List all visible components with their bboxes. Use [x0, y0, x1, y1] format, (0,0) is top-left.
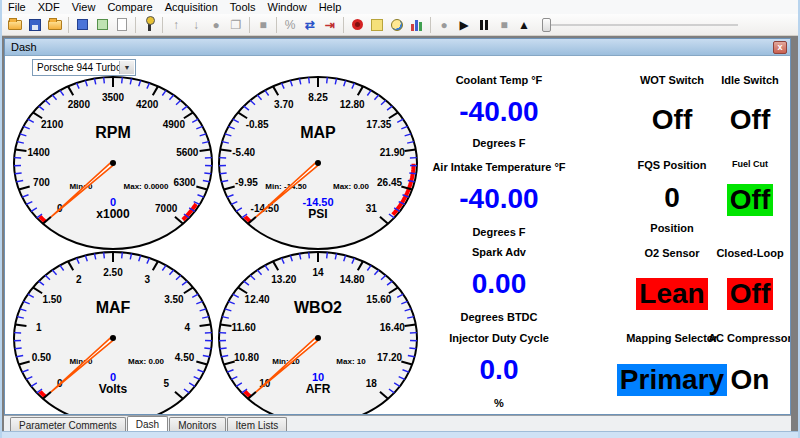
svg-text:4900: 4900	[163, 119, 186, 130]
svg-text:10.80: 10.80	[234, 352, 259, 363]
ac-compressor-label: AC Compressor	[705, 332, 790, 344]
move-down-icon[interactable]: ↓	[187, 16, 205, 34]
menu-xdf[interactable]: XDF	[32, 0, 66, 14]
svg-text:2100: 2100	[41, 119, 64, 130]
slider-thumb[interactable]	[542, 18, 551, 32]
svg-text:5600: 5600	[176, 147, 199, 158]
import-data-icon[interactable]: ⇥	[321, 16, 339, 34]
tab-monitors[interactable]: Monitors	[169, 417, 225, 432]
svg-text:14: 14	[312, 267, 324, 278]
notes-icon[interactable]	[368, 16, 386, 34]
svg-text:MAF: MAF	[96, 299, 131, 316]
svg-text:WBO2: WBO2	[294, 299, 342, 316]
xdf-edit-icon[interactable]	[73, 16, 91, 34]
dash-window: Dash x Porsche 944 Turbo ▼ 0700140021002…	[4, 38, 791, 415]
playback-slider[interactable]	[542, 17, 742, 33]
chart-icon[interactable]	[408, 16, 426, 34]
svg-text:15.60: 15.60	[366, 294, 391, 305]
dash-content: Porsche 944 Turbo ▼ 07001400210028003500…	[5, 56, 790, 414]
closed-loop-label: Closed-Loop	[705, 247, 790, 259]
closed-loop-value: Off	[705, 278, 790, 310]
menu-acquisition[interactable]: Acquisition	[159, 0, 224, 14]
svg-text:-0.85: -0.85	[246, 119, 269, 130]
commit-icon[interactable]: ●	[207, 16, 225, 34]
menu-bar: File XDF View Compare Acquisition Tools …	[2, 0, 798, 14]
menu-file[interactable]: File	[2, 0, 32, 14]
stop-icon[interactable]: ■	[495, 16, 513, 34]
svg-text:-5.40: -5.40	[232, 147, 255, 158]
pause-icon[interactable]	[475, 16, 493, 34]
coolant-temp-label: Coolant Temp °F	[409, 74, 589, 86]
bottom-tab-bar: Parameter Comments Dash Monitors Item Li…	[4, 415, 791, 431]
connect-icon[interactable]	[140, 16, 158, 34]
record-icon[interactable]: ●	[435, 16, 453, 34]
eject-icon[interactable]: ▲	[515, 16, 533, 34]
fuel-cut-badge: Off	[727, 184, 773, 216]
copy-icon[interactable]: ❐	[227, 16, 245, 34]
web-icon[interactable]	[388, 16, 406, 34]
svg-text:Max: 10: Max: 10	[336, 357, 366, 366]
tab-parameter-comments[interactable]: Parameter Comments	[10, 417, 126, 432]
svg-text:5: 5	[163, 378, 169, 389]
svg-text:PSI: PSI	[308, 207, 327, 221]
new-file-icon[interactable]	[113, 16, 131, 34]
import-folder-icon[interactable]	[46, 16, 64, 34]
svg-text:1: 1	[36, 322, 42, 333]
injector-duty-label: Injector Duty Cycle	[409, 332, 589, 344]
idle-switch-label: Idle Switch	[705, 74, 790, 86]
save-icon[interactable]	[26, 16, 44, 34]
svg-text:13.20: 13.20	[271, 274, 296, 285]
svg-text:17.20: 17.20	[377, 352, 402, 363]
o2-sensor-badge: Lean	[636, 278, 707, 310]
toolbar: ↑ ↓ ● ❐ ■ % ⇄ ⇥ ● ▶ ■ ▲	[2, 14, 798, 36]
svg-text:21.90: 21.90	[380, 147, 405, 158]
svg-text:700: 700	[33, 177, 50, 188]
spark-adv-label: Spark Adv	[409, 246, 589, 258]
menu-tools[interactable]: Tools	[224, 0, 262, 14]
svg-text:2: 2	[76, 274, 82, 285]
svg-text:3: 3	[144, 274, 150, 285]
status-bar	[2, 431, 798, 438]
gauge-canvas: 00.5011.5022.5033.5044.505MAFMin: 0Max: …	[8, 249, 218, 414]
coolant-temp-value: -40.00	[409, 96, 589, 128]
svg-text:3500: 3500	[102, 92, 125, 103]
maf-gauge: 00.5011.5022.5033.5044.505MAFMin: 0Max: …	[8, 249, 218, 414]
spark-adv-value: 0.00	[409, 268, 589, 300]
tab-dash[interactable]: Dash	[127, 416, 168, 432]
air-intake-temp-unit: Degrees F	[409, 226, 589, 238]
move-up-icon[interactable]: ↑	[167, 16, 185, 34]
svg-text:1400: 1400	[28, 147, 51, 158]
svg-text:12.40: 12.40	[245, 294, 270, 305]
dash-titlebar[interactable]: Dash x	[5, 39, 790, 56]
fuel-cut-label: Fuel Cut	[705, 159, 790, 169]
links-icon[interactable]: %	[281, 16, 299, 34]
svg-text:1.50: 1.50	[42, 294, 62, 305]
svg-text:Volts: Volts	[99, 382, 128, 396]
play-icon[interactable]: ▶	[455, 16, 473, 34]
tab-item-lists[interactable]: Item Lists	[227, 417, 288, 432]
open-icon[interactable]	[6, 16, 24, 34]
svg-text:31: 31	[366, 203, 378, 214]
menu-compare[interactable]: Compare	[101, 0, 158, 14]
menu-help[interactable]: Help	[313, 0, 348, 14]
close-icon[interactable]: x	[773, 41, 787, 54]
spark-adv-unit: Degrees BTDC	[409, 311, 589, 323]
menu-view[interactable]: View	[66, 0, 102, 14]
menu-window[interactable]: Window	[262, 0, 313, 14]
gauge-canvas: -14.50-9.95-5.40-0.853.708.2512.8017.352…	[213, 74, 423, 252]
xdf-new-icon[interactable]	[93, 16, 111, 34]
profile-select-value: Porsche 944 Turbo	[37, 62, 122, 73]
sync-icon[interactable]: ⇄	[301, 16, 319, 34]
closed-loop-badge: Off	[727, 278, 773, 310]
rpm-gauge: 0700140021002800350042004900560063007000…	[8, 74, 218, 252]
air-intake-temp-label: Air Intake Temperature °F	[409, 161, 589, 173]
compare-icon[interactable]: ■	[254, 16, 272, 34]
svg-text:3.50: 3.50	[164, 294, 184, 305]
svg-text:AFR: AFR	[306, 382, 331, 396]
record-target-icon[interactable]	[348, 16, 366, 34]
svg-text:18: 18	[366, 378, 378, 389]
injector-duty-value: 0.0	[409, 354, 589, 386]
slider-track	[546, 24, 738, 26]
svg-text:RPM: RPM	[95, 124, 131, 141]
svg-text:12.80: 12.80	[340, 99, 365, 110]
